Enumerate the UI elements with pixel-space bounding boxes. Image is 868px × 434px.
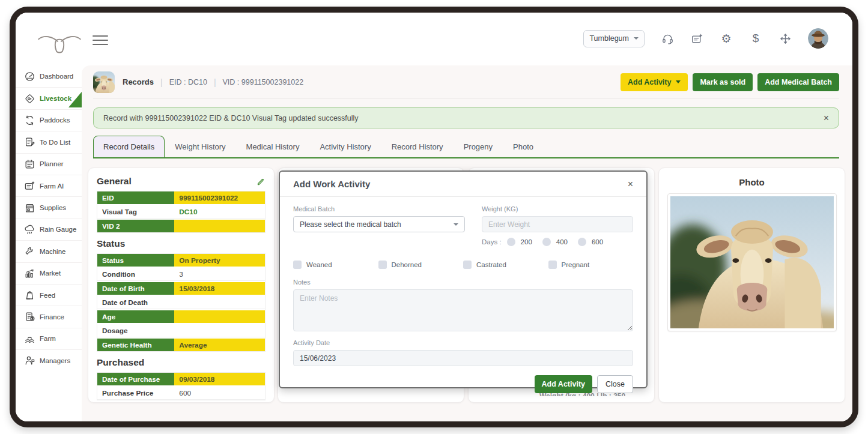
- rain-gauge-icon: [23, 223, 35, 235]
- days-label: Days :: [482, 238, 502, 246]
- details-table-general: EID999115002391022Visual TagDC10VID 2: [97, 191, 266, 233]
- modal-close-icon[interactable]: ×: [628, 179, 633, 189]
- add-activity-label: Add Activity: [628, 78, 671, 86]
- sidebar-item-feed[interactable]: Feed: [16, 284, 82, 306]
- tab-bar: Record DetailsWeight HistoryMedical Hist…: [93, 136, 839, 158]
- tab-activity-history[interactable]: Activity History: [309, 136, 381, 157]
- banner-close-icon[interactable]: ×: [824, 113, 829, 123]
- photo-card-title: Photo: [667, 177, 836, 187]
- checkbox-item-dehorned: Dehorned: [378, 261, 464, 269]
- add-medical-batch-button[interactable]: Add Medical Batch: [757, 73, 839, 91]
- sidebar-item-label: Rain Gauge: [40, 226, 76, 233]
- finance-icon: [23, 311, 35, 323]
- checkbox-item-castrated: Castrated: [463, 261, 548, 269]
- medical-batch-select-value: Please select the medical batch: [300, 220, 401, 229]
- app-frame: Tumblegum ⚙$ DashboardLivestockPaddocksT…: [10, 7, 858, 427]
- caret-down-icon: [676, 80, 681, 83]
- tab-medical-history[interactable]: Medical History: [236, 136, 310, 157]
- tab-weight-history[interactable]: Weight History: [165, 136, 235, 157]
- detail-value: 09/03/2018: [174, 373, 265, 385]
- detail-row-visual-tag: Visual TagDC10: [97, 205, 265, 219]
- tab-record-details[interactable]: Record Details: [93, 136, 165, 157]
- detail-label: Age: [97, 310, 174, 323]
- detail-value: 3: [174, 268, 265, 280]
- detail-row-eid: EID999115002391022: [97, 191, 265, 204]
- detail-label: Dosage: [97, 324, 174, 337]
- billing-icon[interactable]: $: [749, 32, 762, 45]
- tab-photo[interactable]: Photo: [503, 136, 544, 157]
- days-radio-600[interactable]: [578, 238, 586, 246]
- days-option-label: 600: [592, 238, 603, 246]
- feed-icon: [23, 289, 35, 301]
- detail-row-date-of-birth: Date of Birth15/03/2018: [97, 282, 265, 295]
- sidebar-item-finance[interactable]: Finance: [16, 306, 82, 327]
- detail-label: Genetic Health: [97, 339, 174, 351]
- detail-value: [174, 324, 265, 337]
- settings-icon[interactable]: ⚙: [720, 32, 733, 45]
- checkbox-label: Weaned: [306, 261, 332, 268]
- photo-frame: [667, 193, 837, 331]
- sidebar-item-paddocks[interactable]: Paddocks: [16, 109, 82, 131]
- checkbox-pregnant[interactable]: [548, 261, 557, 269]
- days-radio-200[interactable]: [507, 238, 515, 246]
- sidebar-item-planner[interactable]: Planner: [16, 153, 82, 175]
- paddocks-icon: [23, 114, 35, 126]
- organisation-select-value: Tumblegum: [589, 34, 629, 43]
- notes-textarea[interactable]: [293, 289, 633, 331]
- sidebar-item-dashboard[interactable]: Dashboard: [16, 65, 82, 87]
- days-radio-400[interactable]: [542, 238, 551, 246]
- detail-label: Purchase Price: [97, 387, 174, 399]
- headset-icon[interactable]: [661, 32, 674, 45]
- detail-label: VID 2: [97, 220, 174, 232]
- planner-icon: [23, 158, 35, 170]
- weight-input[interactable]: [482, 216, 633, 232]
- sidebar-item-rain-gauge[interactable]: Rain Gauge: [16, 219, 82, 240]
- modal-add-activity-button[interactable]: Add Activity: [535, 375, 592, 393]
- sidebar-item-managers[interactable]: Managers: [16, 349, 82, 371]
- mark-as-sold-button[interactable]: Mark as sold: [693, 73, 753, 91]
- section-header-purchased: Purchased: [97, 357, 266, 368]
- sidebar-item-machine[interactable]: Machine: [16, 240, 82, 262]
- user-avatar[interactable]: [808, 28, 828, 49]
- tab-record-history[interactable]: Record History: [381, 136, 454, 157]
- hamburger-menu-icon[interactable]: [93, 35, 108, 45]
- separator: |: [214, 77, 216, 87]
- organisation-select[interactable]: Tumblegum: [583, 30, 645, 47]
- medical-batch-select[interactable]: Please select the medical batch: [293, 216, 465, 232]
- detail-value: 999115002391022: [174, 191, 265, 204]
- sidebar-item-livestock[interactable]: Livestock: [16, 87, 82, 109]
- checkbox-weaned[interactable]: [293, 261, 302, 269]
- sidebar-item-label: Feed: [40, 292, 55, 299]
- checkbox-item-pregnant: Pregnant: [548, 261, 634, 269]
- days-option-label: 400: [556, 238, 568, 246]
- detail-value: DC10: [174, 205, 265, 218]
- main-content: Records | EID : DC10 | VID : 99911500239…: [82, 65, 852, 421]
- medical-batch-field: Medical Batch Please select the medical …: [293, 205, 465, 246]
- notes-field: Notes: [293, 279, 633, 331]
- sidebar-item-to-do-list[interactable]: To Do List: [16, 131, 82, 152]
- ai-assistant-icon[interactable]: [690, 32, 703, 45]
- details-table-status: StatusOn PropertyCondition3Date of Birth…: [97, 253, 266, 352]
- modal-form-row-1: Medical Batch Please select the medical …: [293, 205, 633, 246]
- add-activity-dropdown-button[interactable]: Add Activity: [621, 73, 688, 91]
- sidebar-item-supplies[interactable]: Supplies: [16, 196, 82, 218]
- checkbox-castrated[interactable]: [463, 261, 472, 269]
- topbar-controls: Tumblegum ⚙$: [583, 28, 828, 49]
- section-header-status: Status: [97, 238, 266, 249]
- edit-pencil-icon[interactable]: [256, 177, 266, 186]
- checkbox-label: Dehorned: [392, 261, 422, 268]
- record-header-buttons: Add Activity Mark as sold Add Medical Ba…: [621, 73, 839, 91]
- tab-progeny[interactable]: Progeny: [454, 136, 503, 157]
- move-icon[interactable]: [778, 32, 792, 45]
- sidebar-item-farm-ai[interactable]: Farm AI: [16, 175, 82, 196]
- activity-date-input[interactable]: [293, 350, 633, 366]
- detail-value: [174, 310, 265, 323]
- notes-label: Notes: [293, 279, 633, 286]
- days-options: Days : 200400600: [482, 238, 633, 246]
- checkbox-dehorned[interactable]: [378, 261, 387, 269]
- sidebar-item-market[interactable]: Market: [16, 262, 82, 284]
- modal-close-button[interactable]: Close: [597, 375, 633, 393]
- record-thumbnail-image: [93, 71, 115, 93]
- sidebar-item-farm[interactable]: Farm: [16, 328, 82, 349]
- detail-row-date-of-death: Date of Death: [97, 296, 265, 309]
